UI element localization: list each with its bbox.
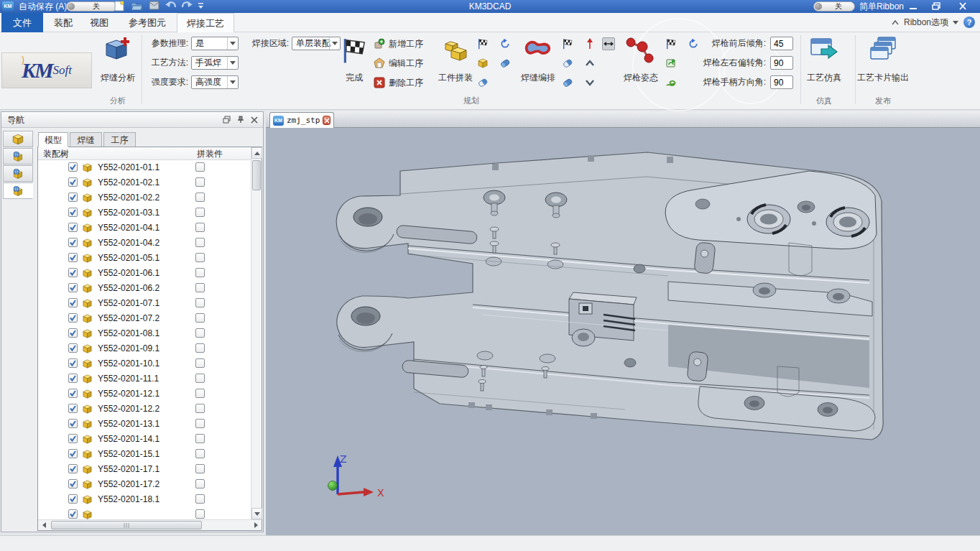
scroll-left-button[interactable] [38,520,50,530]
assembly-part-checkbox[interactable] [195,464,205,473]
vertical-scroll-thumb[interactable] [252,160,261,190]
tree-row[interactable]: Y552-0201-17.1 [38,462,251,477]
visibility-checkbox[interactable] [68,343,78,353]
part-assembly-button[interactable]: 工件拼装 [435,34,476,101]
tree-row[interactable]: Y552-0201-02.2 [38,190,251,205]
tree-row[interactable]: Y552-0201-06.1 [38,266,251,281]
part-label[interactable]: Y552-0201-09.1 [98,341,160,356]
visibility-checkbox[interactable] [68,162,78,172]
assembly-part-checkbox[interactable] [195,509,205,519]
visibility-checkbox[interactable] [68,298,78,307]
arrange-seg-button[interactable] [561,57,574,70]
part-label[interactable]: Y552-0201-02.1 [98,175,160,190]
tree-row[interactable]: Y552-0201-07.1 [38,296,251,311]
help-button[interactable]: ? [963,17,975,28]
part-label[interactable]: Y552-0201-17.2 [98,477,160,492]
visibility-checkbox[interactable] [68,419,78,428]
autosave-toggle[interactable]: 关 [66,1,118,11]
assembly-part-checkbox[interactable] [195,389,205,398]
document-close-button[interactable] [323,116,330,125]
angle-fb-input[interactable] [770,37,793,50]
assembly-part-checkbox[interactable] [195,434,205,443]
collapse-ribbon-button[interactable] [891,13,900,32]
assembly-part-checkbox[interactable] [195,283,205,292]
viewport-3d[interactable]: Z X [266,128,980,535]
seam-segment-alt-button[interactable] [476,76,489,89]
tree-row[interactable]: Y552-0201-11.1 [38,371,251,386]
part-label[interactable]: Y552-0201-04.1 [98,221,160,236]
assembly-part-checkbox[interactable] [195,268,205,277]
panel-pin-button[interactable] [236,115,245,124]
tree-row[interactable]: Y552-0201-05.1 [38,251,251,266]
scroll-down-button[interactable] [251,508,262,519]
part-label[interactable]: Y552-0201-07.1 [98,296,160,311]
posture-path-button[interactable] [665,76,678,89]
vertical-scrollbar[interactable] [251,147,262,519]
tab-weld-seam[interactable]: 焊缝 [70,132,102,147]
assembly-part-checkbox[interactable] [195,253,205,262]
posture-flag-button[interactable] [665,37,678,50]
assembly-part-checkbox[interactable] [195,449,205,458]
part-label[interactable]: Y552-0201-17.1 [98,462,160,477]
tree-row[interactable]: Y552-0201-03.1 [38,205,251,221]
part-label[interactable]: Y552-0201-14.1 [98,432,160,447]
part-label[interactable]: Y552-0201-02.2 [98,190,160,205]
angle-lr-input[interactable] [770,56,793,70]
visibility-checkbox[interactable] [68,177,78,187]
part-label[interactable]: Y552-0201-12.2 [98,402,160,417]
tree-row[interactable]: Y552-0201-04.2 [38,236,251,251]
visibility-checkbox[interactable] [68,374,78,383]
strength-select[interactable]: 高强度 [191,75,239,89]
tab-operation[interactable]: 工序 [103,132,136,147]
assembly-part-checkbox[interactable] [195,313,205,323]
edit-operation-button[interactable]: 编辑工序 [374,57,423,70]
seam-box-button[interactable] [476,57,489,70]
document-tab[interactable]: KM zmj_stp [269,112,334,128]
assembly-part-checkbox[interactable] [195,494,205,504]
menu-tab-assembly[interactable]: 装配 [46,13,80,32]
tree-row[interactable]: Y552-0201-01.1 [38,160,251,175]
part-label[interactable]: Y552-0201-11.1 [98,371,159,386]
assembly-part-checkbox[interactable] [195,177,205,187]
assembly-part-checkbox[interactable] [195,238,205,247]
assembly-part-checkbox[interactable] [195,374,205,383]
posture-stamp-button[interactable] [665,57,678,70]
visibility-checkbox[interactable] [68,404,78,413]
tree-row[interactable]: Y552-0201-13.1 [38,417,251,432]
process-simulation-button[interactable]: 工艺仿真 [803,34,845,101]
tree-row[interactable]: Y552-0201-07.2 [38,311,251,326]
tree-row[interactable]: Y552-0201-15.1 [38,447,251,462]
visibility-checkbox[interactable] [68,328,78,338]
ribbon-mode-toggle[interactable]: 关 [813,1,855,11]
seam-segment-button[interactable] [499,57,512,70]
add-operation-button[interactable]: 新增工序 [374,37,423,50]
assembly-part-checkbox[interactable] [195,358,205,368]
assembly-part-checkbox[interactable] [195,193,205,202]
ribbon-options-button[interactable]: Ribbon选项 [904,13,948,32]
assembly-part-checkbox[interactable] [195,419,205,428]
part-label[interactable]: Y552-0201-07.2 [98,311,160,326]
strip-button-assembly-1[interactable] [3,148,33,165]
tree-row[interactable]: Y552-0201-06.2 [38,281,251,296]
part-label[interactable]: Y552-0201-06.1 [98,266,160,281]
assembly-part-checkbox[interactable] [195,298,205,307]
tree-row[interactable]: Y552-0201-18.1 [38,492,251,507]
minimize-button[interactable] [902,1,924,11]
process-method-select[interactable]: 手弧焊 [191,56,239,70]
new-file-button[interactable] [112,1,126,12]
part-label[interactable]: Y552-0201-12.1 [98,386,160,402]
part-label[interactable]: Y552-0201-03.1 [98,205,160,221]
strip-button-assembly-2[interactable] [3,165,33,182]
visibility-checkbox[interactable] [68,253,78,262]
strip-button-box[interactable] [3,131,33,147]
tree-row[interactable] [38,507,251,519]
visibility-checkbox[interactable] [68,494,78,504]
arrange-flag-button[interactable] [561,37,574,50]
visibility-checkbox[interactable] [68,449,78,458]
tab-model[interactable]: 模型 [38,132,68,147]
visibility-checkbox[interactable] [68,434,78,443]
tree-row[interactable]: Y552-0201-08.1 [38,326,251,341]
horizontal-scroll-thumb[interactable] [51,521,202,529]
redo-button[interactable] [180,1,194,12]
arrange-seg2-button[interactable] [561,76,574,89]
